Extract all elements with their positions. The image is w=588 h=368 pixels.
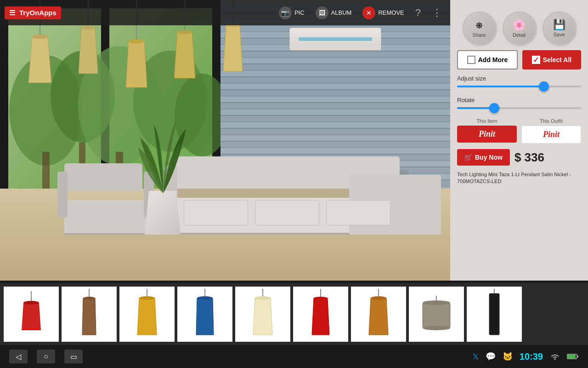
right-controls-panel: ⎈ Share 🌸 Detail 💾 Save Add More ✓ Selec…: [450, 0, 588, 281]
save-icon: 💾: [553, 19, 565, 31]
thumb-pendant-9: [486, 289, 503, 339]
thumbnail-1[interactable]: [4, 287, 59, 342]
svg-marker-9: [28, 37, 51, 83]
thumb-pendant-4: [192, 289, 218, 339]
help-button[interactable]: ?: [412, 7, 424, 19]
buy-section: 🛒 Buy Now $ 336: [457, 149, 581, 166]
buy-now-label: Buy Now: [475, 154, 503, 161]
detail-label: Detail: [513, 32, 526, 38]
svg-marker-12: [79, 28, 98, 74]
select-all-label: Select All: [543, 56, 572, 63]
app-logo[interactable]: ☰ TryOnApps: [5, 6, 61, 19]
album-button[interactable]: 🖼 ALBUM: [312, 5, 356, 21]
svg-point-10: [32, 34, 48, 39]
more-options-button[interactable]: ⋮: [428, 7, 446, 19]
this-outfit-pin-button[interactable]: Pinit: [521, 126, 581, 144]
thumb-pendant-1: [20, 291, 43, 337]
share-label: Share: [472, 32, 486, 38]
action-row: ⎈ Share 🌸 Detail 💾 Save: [457, 12, 581, 45]
remove-button[interactable]: ✕ REMOVE: [359, 5, 407, 21]
buy-now-button[interactable]: 🛒 Buy Now: [457, 149, 510, 166]
adjust-size-slider[interactable]: [457, 82, 581, 91]
svg-point-46: [423, 300, 450, 305]
album-label: ALBUM: [331, 9, 352, 16]
svg-point-37: [255, 296, 271, 300]
thumbnail-9[interactable]: [467, 287, 522, 342]
svg-point-34: [197, 296, 213, 300]
svg-marker-30: [137, 298, 157, 335]
svg-marker-21: [223, 25, 243, 71]
ac-unit: [289, 28, 381, 51]
thumbnail-3[interactable]: [119, 287, 175, 342]
thumb-pendant-7: [366, 289, 391, 339]
rotate-fill: [457, 107, 494, 109]
rotate-thumb[interactable]: [489, 103, 499, 113]
svg-marker-36: [253, 298, 272, 335]
thumbnail-6[interactable]: [293, 287, 348, 342]
status-bar: ◁ ○ ▭ 𝕏 💬 🐱 10:39: [0, 345, 588, 368]
svg-marker-27: [82, 298, 96, 335]
chat-icon[interactable]: 💬: [486, 351, 496, 362]
svg-rect-45: [423, 303, 450, 328]
adjust-size-fill: [457, 86, 544, 87]
cart-icon: 🛒: [464, 154, 472, 161]
thumbnail-7[interactable]: [351, 287, 406, 342]
thumb-pendant-2: [78, 289, 101, 339]
svg-marker-33: [196, 298, 214, 335]
save-button[interactable]: 💾 Save: [543, 12, 576, 45]
add-more-checkbox: [467, 56, 475, 64]
top-toolbar: ☰ TryOnApps 📷 PIC 🖼 ALBUM ✕ REMOVE ? ⋮: [0, 0, 450, 25]
thumbnail-strip: [0, 283, 588, 345]
thumbnail-4[interactable]: [177, 287, 232, 342]
twitter-icon[interactable]: 𝕏: [473, 352, 479, 361]
add-more-button[interactable]: Add More: [457, 50, 518, 69]
this-item-pin-button[interactable]: Pinit: [457, 126, 517, 143]
status-icons: 𝕏 💬 🐱 10:39: [473, 351, 579, 362]
svg-point-16: [129, 39, 144, 44]
share-button[interactable]: ⎈ Share: [463, 12, 496, 45]
svg-marker-39: [312, 298, 329, 335]
thumbnail-5[interactable]: [235, 287, 290, 342]
thumb-pendant-8: [420, 296, 452, 333]
pin-section: This Item Pinit This Outfit Pinit: [457, 118, 581, 144]
svg-point-31: [139, 296, 155, 300]
select-all-checkbox: ✓: [532, 56, 540, 64]
user-icon[interactable]: 🐱: [503, 351, 513, 362]
thumbnail-8[interactable]: [409, 287, 464, 342]
camera-icon: 📷: [279, 6, 292, 19]
this-item-col: This Item Pinit: [457, 118, 517, 144]
thumb-pendant-5: [250, 289, 276, 339]
adjust-size-track: [457, 86, 581, 87]
recents-button[interactable]: ▭: [64, 350, 83, 363]
adjust-size-thumb[interactable]: [539, 81, 549, 92]
rotate-section: Rotate: [457, 97, 581, 113]
detail-icon: 🌸: [512, 18, 526, 31]
thumbnail-2[interactable]: [62, 287, 117, 342]
thumb-pendant-6: [308, 289, 334, 339]
detail-button[interactable]: 🌸 Detail: [503, 12, 536, 45]
svg-point-50: [554, 359, 556, 360]
plant: [145, 191, 181, 235]
rotate-slider[interactable]: [457, 104, 581, 113]
pic-label: PIC: [294, 9, 305, 16]
battery-icon: [567, 353, 579, 360]
back-button[interactable]: ◁: [9, 350, 28, 363]
status-time: 10:39: [520, 351, 543, 362]
svg-marker-24: [22, 303, 41, 330]
home-button[interactable]: ○: [37, 350, 55, 363]
adjust-size-section: Adjust size: [457, 75, 581, 91]
svg-point-25: [23, 301, 39, 305]
svg-point-13: [81, 26, 95, 29]
sofa: [175, 156, 432, 235]
svg-point-43: [371, 296, 386, 300]
app-name: TryOnApps: [19, 9, 57, 17]
select-all-button[interactable]: ✓ Select All: [522, 50, 581, 69]
wifi-icon: [550, 352, 560, 361]
pic-button[interactable]: 📷 PIC: [275, 5, 308, 21]
hamburger-icon[interactable]: ☰: [9, 9, 15, 17]
svg-rect-49: [489, 293, 499, 335]
selection-buttons: Add More ✓ Select All: [457, 50, 581, 69]
save-label: Save: [553, 32, 565, 37]
svg-rect-52: [577, 356, 578, 357]
svg-rect-5: [42, 152, 50, 189]
